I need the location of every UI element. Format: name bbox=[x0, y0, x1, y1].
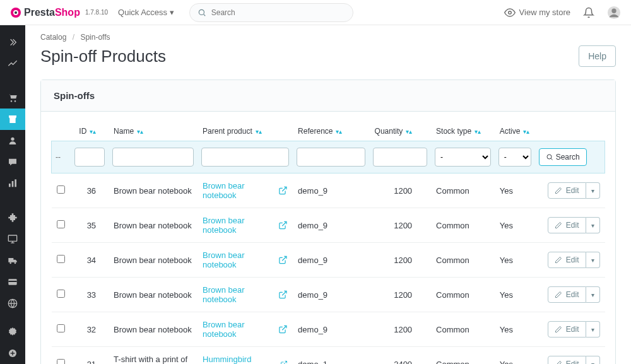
sidebar-item-design[interactable] bbox=[0, 228, 25, 250]
cell-reference: demo_9 bbox=[293, 173, 369, 208]
row-actions: Edit ▾ bbox=[540, 356, 600, 364]
open-external-icon bbox=[278, 255, 288, 265]
table-row: 33 Brown bear notebook Brown bear notebo… bbox=[52, 278, 605, 312]
edit-button[interactable]: Edit bbox=[548, 286, 586, 303]
cell-parent: Brown bear notebook bbox=[198, 208, 293, 243]
sidebar-item-stats[interactable] bbox=[0, 173, 25, 194]
row-checkbox[interactable] bbox=[57, 290, 65, 298]
avatar-icon[interactable] bbox=[607, 6, 621, 20]
filter-id-input[interactable] bbox=[74, 148, 105, 167]
sidebar-item-orders[interactable] bbox=[0, 87, 25, 109]
svg-line-27 bbox=[282, 187, 286, 191]
global-search[interactable] bbox=[189, 3, 353, 22]
edit-button[interactable]: Edit bbox=[548, 252, 586, 268]
row-checkbox[interactable] bbox=[57, 220, 65, 228]
cell-parent: Brown bear notebook bbox=[198, 243, 293, 278]
edit-button[interactable]: Edit bbox=[548, 356, 586, 364]
sidebar bbox=[0, 25, 25, 364]
col-active[interactable]: Active ▾▴ bbox=[495, 122, 535, 141]
sidebar-item-configure[interactable] bbox=[0, 321, 25, 343]
filter-stock-select[interactable]: - bbox=[435, 148, 491, 167]
sidebar-item-customers[interactable] bbox=[0, 130, 25, 151]
breadcrumb-sep: / bbox=[73, 33, 74, 42]
col-stock-type[interactable]: Stock type ▾▴ bbox=[431, 122, 495, 141]
row-checkbox[interactable] bbox=[57, 185, 65, 194]
cell-id: 35 bbox=[71, 208, 109, 243]
panel-heading: Spin-offs bbox=[41, 80, 615, 112]
filter-reference-input[interactable] bbox=[297, 148, 365, 167]
cell-parent: Brown bear notebook bbox=[198, 173, 293, 208]
sidebar-expand[interactable] bbox=[0, 32, 25, 53]
sidebar-item-shipping[interactable] bbox=[0, 250, 25, 271]
parent-link[interactable]: Brown bear notebook bbox=[203, 216, 288, 235]
parent-link[interactable]: Brown bear notebook bbox=[203, 181, 288, 200]
svg-line-4 bbox=[203, 14, 205, 16]
help-button[interactable]: Help bbox=[579, 45, 616, 67]
cell-reference: demo_1 bbox=[293, 347, 369, 365]
row-checkbox[interactable] bbox=[57, 255, 65, 263]
col-active-label: Active bbox=[500, 127, 521, 136]
open-external-icon bbox=[280, 359, 288, 364]
parent-link[interactable]: Brown bear notebook bbox=[203, 320, 288, 339]
col-reference[interactable]: Reference ▾▴ bbox=[293, 122, 369, 141]
edit-button[interactable]: Edit bbox=[548, 182, 586, 199]
gear-icon bbox=[8, 327, 18, 337]
chevron-down-icon: ▾ bbox=[591, 187, 594, 194]
store-icon bbox=[8, 114, 18, 124]
edit-button[interactable]: Edit bbox=[548, 217, 586, 233]
svg-point-8 bbox=[11, 138, 14, 141]
col-name[interactable]: Name ▾▴ bbox=[109, 122, 198, 141]
svg-rect-24 bbox=[11, 353, 15, 353]
col-parent[interactable]: Parent product ▾▴ bbox=[198, 122, 293, 141]
cell-id: 32 bbox=[71, 312, 109, 347]
cell-reference: demo_9 bbox=[293, 208, 369, 243]
svg-point-16 bbox=[15, 262, 16, 264]
sidebar-item-customer-service[interactable] bbox=[0, 151, 25, 173]
svg-rect-18 bbox=[8, 281, 16, 282]
col-stock-label: Stock type bbox=[436, 127, 471, 136]
parent-link[interactable]: Hummingbird printed t-shirt bbox=[203, 355, 288, 364]
sidebar-item-dashboard[interactable] bbox=[0, 53, 25, 74]
svg-line-30 bbox=[282, 291, 286, 295]
table-row: 31 T-shirt with a print of a hummingbird… bbox=[52, 347, 605, 365]
col-id[interactable]: ID ▾▴ bbox=[71, 122, 109, 141]
logo[interactable]: PrestaShop bbox=[10, 7, 80, 18]
grid-search-button[interactable]: Search bbox=[539, 148, 587, 166]
bell-icon[interactable] bbox=[583, 7, 594, 18]
filter-parent-input[interactable] bbox=[201, 148, 289, 167]
row-dropdown-button[interactable]: ▾ bbox=[586, 217, 600, 233]
sidebar-item-modules[interactable] bbox=[0, 207, 25, 228]
breadcrumb-parent[interactable]: Catalog bbox=[40, 33, 66, 42]
sidebar-item-international[interactable] bbox=[0, 293, 25, 314]
chevron-down-icon: ▾ bbox=[591, 291, 594, 298]
parent-link[interactable]: Brown bear notebook bbox=[203, 285, 288, 304]
row-dropdown-button[interactable]: ▾ bbox=[586, 356, 600, 364]
parent-link[interactable]: Brown bear notebook bbox=[203, 250, 288, 269]
row-actions: Edit ▾ bbox=[540, 321, 600, 338]
cell-reference: demo_9 bbox=[293, 243, 369, 278]
chevron-right-icon bbox=[8, 37, 18, 47]
filter-active-select[interactable]: - bbox=[498, 148, 531, 167]
row-dropdown-button[interactable]: ▾ bbox=[586, 286, 600, 303]
quick-access-dropdown[interactable]: Quick Access ▾ bbox=[118, 8, 174, 17]
svg-line-28 bbox=[282, 221, 286, 226]
filter-quantity-input[interactable] bbox=[373, 148, 427, 167]
search-input[interactable] bbox=[211, 8, 345, 17]
pencil-icon bbox=[555, 256, 562, 264]
row-dropdown-button[interactable]: ▾ bbox=[586, 321, 600, 338]
row-dropdown-button[interactable]: ▾ bbox=[586, 252, 600, 268]
col-quantity[interactable]: Quantity ▾▴ bbox=[369, 122, 431, 141]
filter-name-input[interactable] bbox=[112, 148, 194, 167]
svg-line-31 bbox=[282, 326, 286, 330]
sidebar-item-catalog[interactable] bbox=[0, 109, 25, 130]
sidebar-item-advanced[interactable] bbox=[0, 343, 25, 364]
table-row: 34 Brown bear notebook Brown bear notebo… bbox=[52, 243, 605, 278]
row-checkbox[interactable] bbox=[57, 324, 65, 332]
pencil-icon bbox=[555, 326, 562, 333]
view-store-link[interactable]: View my store bbox=[504, 7, 570, 18]
sidebar-item-payment[interactable] bbox=[0, 271, 25, 293]
sort-icon: ▾▴ bbox=[404, 128, 412, 135]
row-dropdown-button[interactable]: ▾ bbox=[586, 182, 600, 199]
row-checkbox[interactable] bbox=[57, 359, 65, 364]
edit-button[interactable]: Edit bbox=[548, 321, 586, 338]
